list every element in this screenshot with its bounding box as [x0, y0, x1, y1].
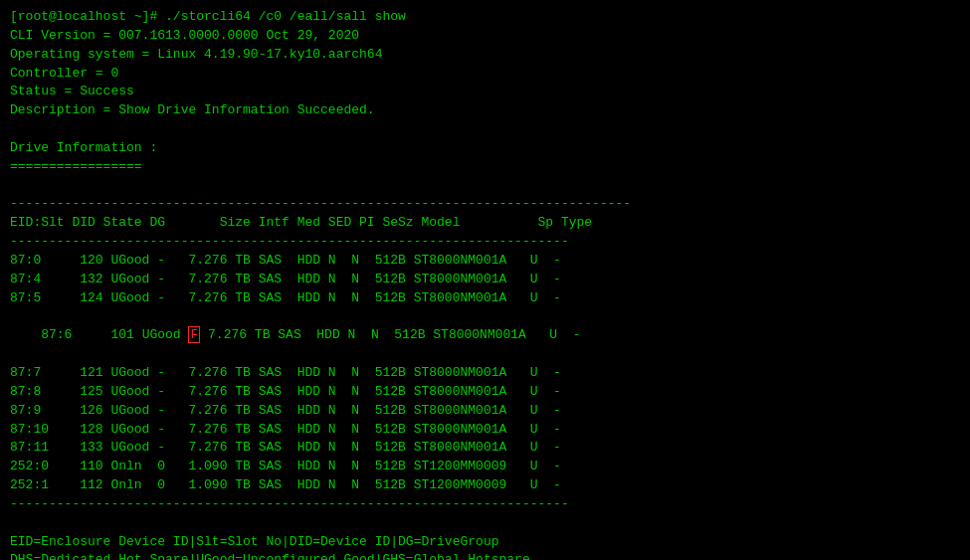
drive-row-5: 87:8 125 UGood - 7.276 TB SAS HDD N N 51… [10, 383, 960, 402]
drive-row-3-highlighted: 87:6 101 UGood F 7.276 TB SAS HDD N N 51… [10, 308, 960, 365]
drive-row-9: 252:0 110 Onln 0 1.090 TB SAS HDD N N 51… [10, 458, 960, 476]
separator3: ----------------------------------------… [10, 495, 960, 514]
drive-row-3-before: 87:6 101 UGood [41, 327, 188, 342]
flag-indicator: F [188, 326, 200, 343]
legend-1: DHS=Dedicated Hot Spare|UGood=Unconfigur… [10, 551, 960, 560]
description-line: Description = Show Drive Information Suc… [10, 101, 960, 120]
os-line: Operating system = Linux 4.19.90-17.ky10… [10, 46, 960, 65]
terminal-window: [root@localhost ~]# ./storcli64 /c0 /eal… [10, 8, 960, 560]
drive-row-0: 87:0 120 UGood - 7.276 TB SAS HDD N N 51… [10, 252, 960, 271]
equals-line: ================= [10, 158, 960, 177]
prompt-line: [root@localhost ~]# ./storcli64 /c0 /eal… [10, 8, 960, 27]
status-line: Status = Success [10, 83, 960, 101]
separator1: ----------------------------------------… [10, 195, 960, 214]
drive-row-2: 87:5 124 UGood - 7.276 TB SAS HDD N N 51… [10, 289, 960, 308]
separator2: ----------------------------------------… [10, 233, 960, 252]
drive-row-7: 87:10 128 UGood - 7.276 TB SAS HDD N N 5… [10, 421, 960, 440]
drive-row-3-after: 7.276 TB SAS HDD N N 512B ST8000NM001A U… [200, 327, 580, 342]
drive-row-6: 87:9 126 UGood - 7.276 TB SAS HDD N N 51… [10, 402, 960, 421]
drive-row-10: 252:1 112 Onln 0 1.090 TB SAS HDD N N 51… [10, 476, 960, 495]
drive-row-8: 87:11 133 UGood - 7.276 TB SAS HDD N N 5… [10, 439, 960, 458]
drive-row-4: 87:7 121 UGood - 7.276 TB SAS HDD N N 51… [10, 364, 960, 383]
legend-0: EID=Enclosure Device ID|Slt=Slot No|DID=… [10, 533, 960, 552]
drive-info-label: Drive Information : [10, 139, 960, 158]
blank1 [10, 120, 960, 139]
blank2 [10, 177, 960, 196]
drive-row-1: 87:4 132 UGood - 7.276 TB SAS HDD N N 51… [10, 271, 960, 289]
blank3 [10, 514, 960, 533]
table-header: EID:Slt DID State DG Size Intf Med SED P… [10, 214, 960, 233]
cli-version-line: CLI Version = 007.1613.0000.0000 Oct 29,… [10, 27, 960, 46]
controller-line: Controller = 0 [10, 65, 960, 84]
